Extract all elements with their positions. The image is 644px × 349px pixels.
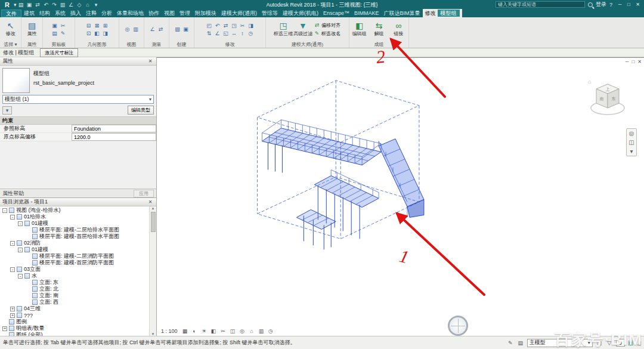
expander-icon[interactable]: + <box>2 326 7 331</box>
revit-logo-icon[interactable]: R <box>2 1 13 9</box>
project-browser-close-icon[interactable]: ✕ <box>147 199 154 205</box>
properties-close-icon[interactable]: ✕ <box>147 58 154 64</box>
modify-tool-button[interactable]: ↖ 修改 <box>1 21 20 37</box>
app-menu-dropdown-icon[interactable]: ▾ <box>14 2 17 8</box>
panel-select-label[interactable]: 选择 ▾ <box>0 41 21 48</box>
sun-path-icon[interactable]: ☀ <box>200 328 208 334</box>
section-constraints[interactable]: 约束 <box>0 117 156 125</box>
box-select-3d-button[interactable]: ◳ 框选三维 <box>274 21 292 37</box>
scroll-down-icon[interactable]: ▼ <box>151 332 155 336</box>
viewcube[interactable]: 上 南 东 ⌂ <box>586 77 630 121</box>
default-3d-view-icon[interactable]: ⌂ <box>84 1 91 9</box>
scroll-up-icon[interactable]: ▲ <box>151 206 155 210</box>
worksets-icon[interactable]: ▤ <box>517 340 524 346</box>
offset-icon[interactable]: ∠ <box>213 30 221 37</box>
home-icon[interactable]: ⌂ <box>588 79 591 85</box>
open-icon[interactable]: ▤ <box>17 1 24 9</box>
tab-glodon-bim[interactable]: 广联达BIM算量 <box>382 10 423 17</box>
expander-icon[interactable]: - <box>10 267 15 272</box>
file-menu-button[interactable]: 文件 <box>1 10 21 17</box>
view-restore-icon[interactable]: □ <box>631 59 634 64</box>
restore-button[interactable]: □ <box>624 2 633 7</box>
tab-addins[interactable]: 附加模块 <box>193 10 219 17</box>
minimize-button[interactable]: ─ <box>615 2 624 7</box>
model-group[interactable] <box>262 120 423 250</box>
visual-style-icon[interactable]: ◐ <box>191 328 199 334</box>
expander-icon[interactable]: + <box>10 307 15 311</box>
editable-only-icon[interactable]: ✎ <box>507 340 514 346</box>
join-icon[interactable]: ⊞ <box>101 22 109 29</box>
navbar-expand-icon[interactable]: ▾ <box>630 148 633 155</box>
search-icon[interactable] <box>588 2 593 7</box>
resize-grip[interactable]: ◢ <box>636 339 641 346</box>
expander-icon[interactable]: - <box>18 248 23 252</box>
drawing-area[interactable]: ─ □ ✕ <box>157 57 644 336</box>
filter-icon[interactable]: ▽ <box>606 340 613 346</box>
tree-item[interactable]: -水 <box>0 273 156 279</box>
thin-lines-icon[interactable]: ◎ <box>123 26 131 33</box>
help-icon[interactable]: ? <box>609 2 612 8</box>
move-icon[interactable]: ◰ <box>205 22 213 29</box>
steering-wheel[interactable] <box>448 316 468 336</box>
measure-icon[interactable]: ∠ <box>67 1 74 9</box>
advanced-filter-button[interactable]: ▼ 高级过滤 <box>294 21 312 37</box>
tab-enscape[interactable]: Enscape™ <box>321 10 352 17</box>
steering-wheel-icon[interactable]: ◎ <box>629 130 634 137</box>
print-icon[interactable]: ▥ <box>59 1 66 9</box>
expander-icon[interactable]: - <box>10 215 15 220</box>
rotate-icon[interactable]: ↶ <box>213 22 221 29</box>
show-crop-icon[interactable]: ◫ <box>229 328 237 334</box>
align-icon[interactable]: ⇅ <box>205 30 213 37</box>
tree-item[interactable]: -02消防 <box>0 240 156 246</box>
shadows-icon[interactable]: ◧ <box>210 328 218 334</box>
tree-item[interactable]: -03立面 <box>0 266 156 273</box>
scrollbar-thumb[interactable] <box>151 212 156 232</box>
match-type-icon[interactable]: ✎ <box>59 30 67 37</box>
trim-icon[interactable]: ✂ <box>239 22 246 29</box>
array-icon[interactable]: ↔ <box>230 30 238 37</box>
properties-help-link[interactable]: 属性帮助 <box>2 190 24 197</box>
tab-modeling-master-mep[interactable]: 建模大师(机电) <box>280 10 321 17</box>
expander-icon[interactable]: - <box>18 274 23 279</box>
split-face-icon[interactable]: ◧ <box>93 30 101 37</box>
close-button[interactable]: ✕ <box>633 2 642 7</box>
apply-button[interactable]: 应用 <box>134 190 154 197</box>
properties-header[interactable]: 属性 ✕ <box>0 57 156 66</box>
paste-icon[interactable]: ▣ <box>51 22 58 29</box>
link-group-button[interactable]: ∞ 链接 <box>389 21 407 37</box>
cut-geometry-icon[interactable]: ⊠ <box>93 22 101 29</box>
tab-modeling-master-general[interactable]: 建模大师(通用) <box>219 10 259 17</box>
view-close-icon[interactable]: ✕ <box>637 59 642 64</box>
tree-item[interactable]: 图纸 (全部) <box>0 332 156 336</box>
measure-between-icon[interactable]: ⇄ <box>157 26 165 33</box>
expander-icon[interactable]: + <box>10 313 15 318</box>
detail-level-icon[interactable]: ▦ <box>181 328 189 334</box>
pin-icon[interactable]: ↕ <box>239 30 246 37</box>
search-input[interactable] <box>496 1 585 8</box>
design-option-select[interactable]: 主模型 ▾ <box>527 339 593 347</box>
tab-analyze[interactable]: 分析 <box>99 10 114 17</box>
project-browser-header[interactable]: 项目浏览器 - 项目1 ✕ <box>0 198 156 206</box>
tab-structure[interactable]: 结构 <box>37 10 52 17</box>
tab-collaborate[interactable]: 协作 <box>146 10 162 17</box>
edit-group-button[interactable]: ◧ 编辑组 <box>351 21 369 37</box>
exclude-options-icon[interactable]: ◫ <box>596 340 603 346</box>
properties-filter-icon[interactable]: ▾ <box>2 106 12 115</box>
reference-level-value[interactable]: Foundation <box>72 125 156 132</box>
wall-joins-icon[interactable]: ⊡ <box>85 30 92 37</box>
3d-model-view[interactable] <box>157 58 644 336</box>
create-similar-icon[interactable]: ▣ <box>182 26 190 33</box>
tab-massing-site[interactable]: 体量和场地 <box>114 10 146 17</box>
tree-item[interactable]: -01给排水 <box>0 214 156 220</box>
tag-icon[interactable]: ◇ <box>76 1 82 9</box>
crop-view-icon[interactable]: ✂ <box>219 328 227 334</box>
box-rename-button[interactable]: ✎ 框选改名 <box>314 30 340 37</box>
browser-scrollbar[interactable]: ▲ ▼ <box>149 206 156 336</box>
tab-modify-model-group[interactable]: 修改 模型组 <box>423 9 462 17</box>
activate-dimensions-button[interactable]: 激活尺寸标注 <box>40 48 78 57</box>
tree-item[interactable]: 立面: 北 <box>0 286 156 292</box>
temporary-hide-icon[interactable]: ◎ <box>239 328 246 334</box>
tab-systems[interactable]: 系统 <box>52 10 68 17</box>
reveal-hidden-icon[interactable]: ⌂ <box>248 328 256 334</box>
viewcube-right-label[interactable]: 东 <box>612 97 616 101</box>
